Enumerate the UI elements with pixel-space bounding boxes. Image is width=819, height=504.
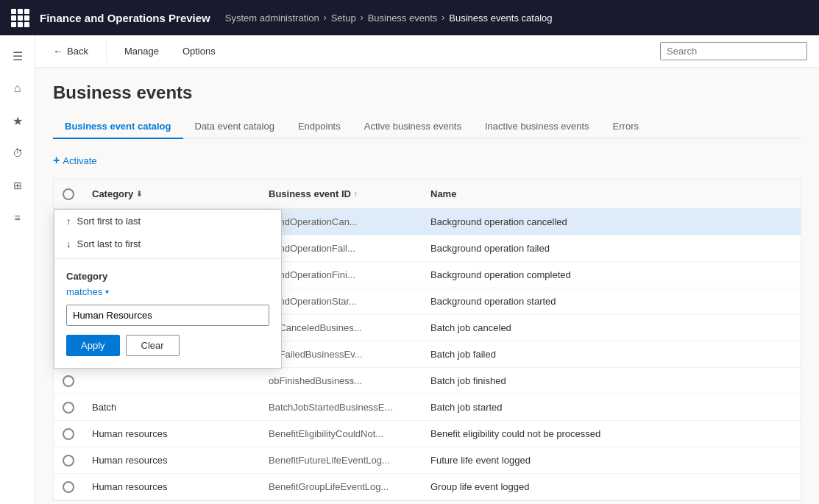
filter-body: Category matches ▾ Apply Clear <box>54 262 281 368</box>
cell-event-id: BatchJobStartedBusinessE... <box>260 402 422 413</box>
plus-icon: + <box>53 154 60 167</box>
filter-input[interactable] <box>66 305 269 326</box>
filter-match-dropdown[interactable]: matches ▾ <box>66 286 109 297</box>
back-label: Back <box>67 46 88 57</box>
table-row[interactable]: obFinishedBusiness... Batch job finished <box>54 368 801 394</box>
filter-popup: ↑ Sort first to last ↓ Sort last to firs… <box>54 209 282 369</box>
cell-event-id: obFailedBusinessEv... <box>260 349 422 360</box>
breadcrumb-item-3[interactable]: Business events <box>368 13 438 24</box>
row-radio-cell[interactable] <box>54 455 83 466</box>
row-radio[interactable] <box>63 455 74 466</box>
sidebar-home-icon[interactable]: ⌂ <box>3 74 32 103</box>
options-button[interactable]: Options <box>177 43 221 60</box>
tab-data-event-catalog[interactable]: Data event catalog <box>183 115 286 139</box>
cell-event-id: BenefitGroupLifeEventLog... <box>260 481 422 492</box>
manage-label: Manage <box>124 46 159 57</box>
cell-event-id: obCanceledBusines... <box>260 322 422 333</box>
options-label: Options <box>182 46 216 57</box>
th-category[interactable]: Category ⬇ <box>83 188 260 199</box>
th-category-sort-icon: ⬇ <box>136 190 142 198</box>
action-bar: + Activate <box>53 151 801 170</box>
sort-desc-item[interactable]: ↓ Sort last to first <box>54 233 281 255</box>
sort-desc-label: Sort last to first <box>77 238 141 249</box>
breadcrumb-item-1[interactable]: System administration <box>225 13 319 24</box>
search-input[interactable] <box>660 42 807 60</box>
cell-category: Human resources <box>83 428 260 439</box>
row-radio-cell[interactable] <box>54 428 83 440</box>
row-radio-cell[interactable] <box>54 375 83 387</box>
th-event-id-label: Business event ID <box>269 188 351 199</box>
table-header: Category ⬇ Business event ID ↑ Name <box>54 180 801 209</box>
table-row[interactable]: Human resources BenefitGroupLifeEventLog… <box>54 474 801 500</box>
cell-name: Background operation completed <box>422 269 801 280</box>
data-table: Category ⬇ Business event ID ↑ Name ↑ <box>53 179 801 501</box>
sidebar-workspaces-icon[interactable]: ⊞ <box>3 171 32 200</box>
row-radio-cell[interactable] <box>54 481 83 493</box>
cell-category: Human resources <box>83 455 260 466</box>
manage-button[interactable]: Manage <box>118 43 165 60</box>
breadcrumb-sep-2: › <box>361 13 364 23</box>
tab-business-event-catalog[interactable]: Business event catalog <box>53 115 183 139</box>
layout: ☰ ⌂ ★ ⏱ ⊞ ≡ ← Back Manage Options <box>0 35 819 504</box>
sort-asc-item[interactable]: ↑ Sort first to last <box>54 210 281 233</box>
breadcrumb: System administration › Setup › Business… <box>225 13 553 24</box>
tab-endpoints[interactable]: Endpoints <box>286 115 352 139</box>
cell-name: Background operation started <box>422 296 801 307</box>
back-icon: ← <box>53 46 63 57</box>
th-name-label: Name <box>430 188 456 199</box>
back-button[interactable]: ← Back <box>47 43 94 60</box>
breadcrumb-item-4: Business events catalog <box>449 13 552 24</box>
tab-active-business-events[interactable]: Active business events <box>352 115 473 139</box>
filter-divider <box>54 258 281 259</box>
sidebar-recent-icon[interactable]: ⏱ <box>3 138 32 168</box>
sidebar-favorites-icon[interactable]: ★ <box>3 106 32 135</box>
select-all-radio[interactable] <box>63 188 74 200</box>
th-select-all[interactable] <box>54 188 83 200</box>
row-radio-cell[interactable] <box>54 402 83 414</box>
sidebar: ☰ ⌂ ★ ⏱ ⊞ ≡ <box>0 35 35 504</box>
table-row[interactable]: Batch BatchJobStartedBusinessE... Batch … <box>54 394 801 421</box>
row-radio[interactable] <box>63 481 74 493</box>
cell-name: Batch job failed <box>422 349 801 360</box>
row-radio[interactable] <box>63 428 74 440</box>
toolbar-separator <box>106 41 107 62</box>
filter-field-label: Category <box>66 271 269 282</box>
waffle-button[interactable] <box>9 7 31 29</box>
th-name: Name <box>422 188 801 199</box>
filter-match-label: matches <box>66 286 102 297</box>
row-radio[interactable] <box>63 375 74 387</box>
cell-event-id: oundOperationStar... <box>260 296 422 307</box>
row-radio[interactable] <box>63 402 74 414</box>
breadcrumb-sep-1: › <box>324 13 327 23</box>
cell-name: Batch job canceled <box>422 322 801 333</box>
table-row[interactable]: Human resources BenefitEligibilityCouldN… <box>54 421 801 447</box>
cell-name: Background operation failed <box>422 243 801 254</box>
th-event-id[interactable]: Business event ID ↑ <box>260 188 422 199</box>
sort-desc-arrow-icon: ↓ <box>66 238 71 249</box>
topbar: Finance and Operations Preview System ad… <box>0 0 819 35</box>
table-row[interactable]: Human resources BenefitFutureLifeEventLo… <box>54 447 801 474</box>
page-title: Business events <box>53 82 801 103</box>
cell-event-id: BenefitFutureLifeEventLog... <box>260 455 422 466</box>
app-title: Finance and Operations Preview <box>40 12 210 24</box>
cell-name: Batch job started <box>422 402 801 413</box>
th-category-label: Category <box>92 188 133 199</box>
waffle-icon <box>11 9 29 27</box>
sidebar-list-icon[interactable]: ≡ <box>3 203 32 233</box>
cell-event-id: oundOperationCan... <box>260 216 422 227</box>
apply-button[interactable]: Apply <box>66 335 120 356</box>
tab-errors[interactable]: Errors <box>601 115 650 139</box>
main-content: ← Back Manage Options Business events Bu… <box>35 35 819 504</box>
cell-category: Batch <box>83 402 260 413</box>
breadcrumb-sep-3: › <box>442 13 444 23</box>
filter-match-chevron-icon: ▾ <box>105 288 109 296</box>
cell-name: Benefit eligibility could not be process… <box>422 428 801 439</box>
clear-button[interactable]: Clear <box>126 335 180 356</box>
filter-actions: Apply Clear <box>66 335 269 356</box>
tab-inactive-business-events[interactable]: Inactive business events <box>473 115 601 139</box>
activate-button[interactable]: + Activate <box>53 151 97 170</box>
breadcrumb-item-2[interactable]: Setup <box>331 13 356 24</box>
sidebar-hamburger-icon[interactable]: ☰ <box>3 41 32 71</box>
cell-name: Background operation cancelled <box>422 216 801 227</box>
cell-event-id: oundOperationFini... <box>260 269 422 280</box>
